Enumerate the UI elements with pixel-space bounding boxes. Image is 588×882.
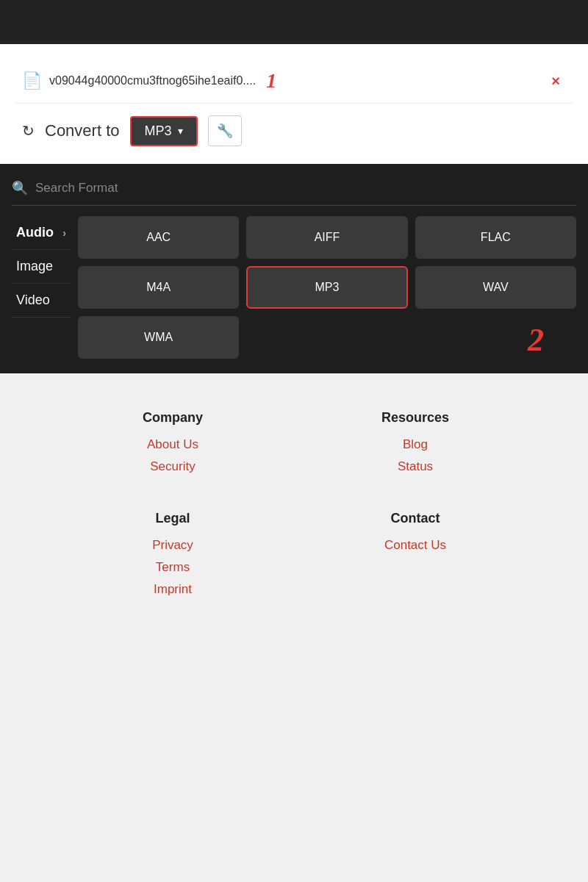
file-icon: 📄 <box>22 71 42 90</box>
file-info: 📄 v09044g40000cmu3ftnog65ihe1eaif0.... 1 <box>22 69 545 93</box>
footer-contact-title: Contact <box>316 511 514 526</box>
category-audio-label: Audio <box>16 225 54 240</box>
search-format-input[interactable] <box>35 181 576 196</box>
footer-legal: Legal Privacy Terms Imprint <box>74 511 272 604</box>
category-image[interactable]: Image <box>12 250 71 284</box>
category-list: Audio › Image Video <box>12 216 78 359</box>
category-audio[interactable]: Audio › <box>12 216 71 250</box>
settings-button[interactable]: 🔧 <box>208 115 242 146</box>
footer-link-imprint[interactable]: Imprint <box>74 582 272 597</box>
category-video[interactable]: Video <box>12 284 71 318</box>
category-video-label: Video <box>16 293 50 308</box>
format-dropdown-button[interactable]: MP3 ▾ <box>130 116 198 146</box>
footer-contact: Contact Contact Us <box>316 511 514 604</box>
category-audio-arrow: › <box>62 227 66 239</box>
format-mp3[interactable]: MP3 <box>246 266 407 309</box>
footer-company-title: Company <box>74 410 272 426</box>
footer-legal-title: Legal <box>74 511 272 526</box>
format-grid: AAC AIFF FLAC M4A MP3 WAV WMA <box>78 216 576 359</box>
footer-link-status[interactable]: Status <box>316 459 514 474</box>
footer-resources-title: Resources <box>316 410 514 426</box>
refresh-icon[interactable]: ↻ <box>22 122 35 140</box>
dropdown-arrow-icon: ▾ <box>178 125 183 137</box>
top-bar <box>0 0 588 44</box>
format-wav[interactable]: WAV <box>415 266 576 309</box>
wrench-icon: 🔧 <box>217 123 233 139</box>
main-area: 📄 v09044g40000cmu3ftnog65ihe1eaif0.... 1… <box>0 44 588 164</box>
footer-link-about[interactable]: About Us <box>74 437 272 452</box>
format-flac[interactable]: FLAC <box>415 216 576 259</box>
footer-resources: Resources Blog Status <box>316 410 514 481</box>
file-row: 📄 v09044g40000cmu3ftnog65ihe1eaif0.... 1… <box>15 59 573 104</box>
close-button[interactable]: × <box>545 70 566 93</box>
format-m4a[interactable]: M4A <box>78 266 239 309</box>
footer-link-security[interactable]: Security <box>74 459 272 474</box>
footer: Company About Us Security Resources Blog… <box>0 373 588 634</box>
footer-link-privacy[interactable]: Privacy <box>74 538 272 553</box>
format-body: Audio › Image Video AAC AIFF FLAC M4A MP… <box>12 216 576 359</box>
format-dropdown-panel: 🔍 Audio › Image Video AAC AIFF FLAC M4A … <box>0 164 588 373</box>
selected-format-label: MP3 <box>145 123 172 139</box>
step-1-badge: 1 <box>266 69 276 93</box>
convert-to-label: Convert to <box>45 121 120 140</box>
format-wma[interactable]: WMA <box>78 316 239 359</box>
search-icon: 🔍 <box>12 180 28 196</box>
search-divider <box>12 205 576 206</box>
format-aac[interactable]: AAC <box>78 216 239 259</box>
search-row: 🔍 <box>12 176 576 205</box>
format-aiff[interactable]: AIFF <box>246 216 407 259</box>
footer-link-blog[interactable]: Blog <box>316 437 514 452</box>
category-image-label: Image <box>16 259 53 274</box>
file-name: v09044g40000cmu3ftnog65ihe1eaif0.... <box>49 74 256 87</box>
footer-link-terms[interactable]: Terms <box>74 560 272 575</box>
footer-grid: Company About Us Security Resources Blog… <box>74 410 514 604</box>
footer-link-contact-us[interactable]: Contact Us <box>316 538 514 553</box>
convert-row: ↻ Convert to MP3 ▾ 🔧 <box>15 104 573 157</box>
footer-company: Company About Us Security <box>74 410 272 481</box>
